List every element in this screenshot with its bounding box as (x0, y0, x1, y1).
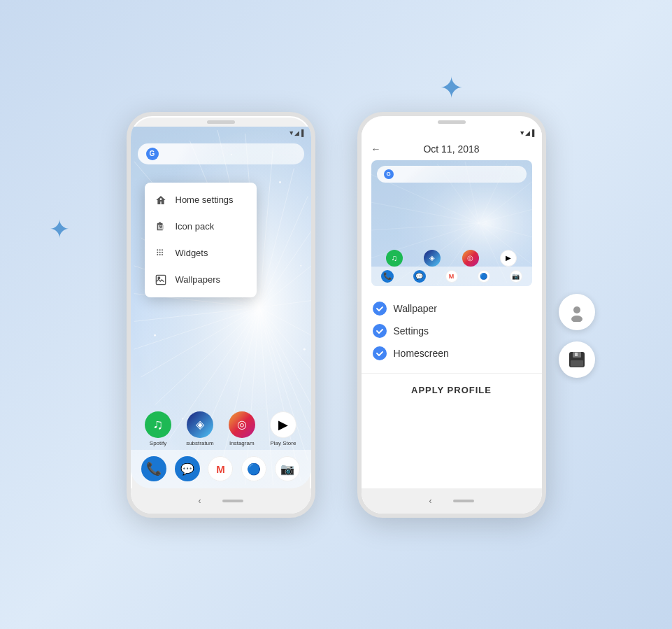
preview-instagram: ◎ (462, 250, 479, 267)
check-icon-settings (373, 324, 387, 338)
nav-back-right[interactable]: ‹ (429, 496, 432, 506)
svg-point-71 (573, 306, 580, 313)
check-item-settings[interactable]: Settings (373, 320, 531, 342)
menu-item-home-settings[interactable]: Home settings (145, 187, 257, 213)
speaker-left (207, 120, 235, 124)
phones-container: ✦ (127, 112, 546, 518)
svg-point-47 (162, 249, 163, 250)
substratum-label: substratum (186, 440, 214, 446)
dock-camera[interactable]: 📷 (275, 456, 300, 481)
check-item-homescreen[interactable]: Homescreen (373, 342, 531, 365)
check-icon-wallpaper (373, 302, 387, 316)
sparkle-left-icon: ✦ (49, 217, 70, 242)
check-label-settings: Settings (394, 325, 429, 337)
nav-home-left[interactable] (222, 500, 243, 502)
svg-point-40 (230, 153, 231, 155)
preview-dock-chrome: 🔵 (478, 270, 490, 283)
svg-point-38 (300, 264, 301, 266)
menu-item-icon-pack[interactable]: Icon pack (145, 213, 257, 240)
menu-label-widgets: Widgets (176, 248, 208, 258)
home-settings-icon (155, 194, 167, 206)
app-spotify[interactable]: ♫ Spotify (145, 411, 171, 446)
preview-dock-messages: 💬 (413, 270, 426, 283)
dock-left: 📞 💬 M 🔵 📷 (131, 450, 311, 488)
spotify-icon: ♫ (145, 411, 171, 438)
check-icon-homescreen (373, 346, 387, 360)
phone-right-screen: ▼◢▐ ← Oct 11, 2018 (362, 127, 542, 488)
svg-point-45 (157, 249, 158, 250)
spotify-label: Spotify (150, 440, 166, 446)
app-substratum[interactable]: ◈ substratum (186, 411, 214, 446)
preview-dock-phone: 📞 (381, 270, 394, 283)
preview-dock-gmail: M (445, 270, 458, 283)
dock-chrome[interactable]: 🔵 (241, 456, 266, 481)
svg-point-55 (158, 277, 160, 279)
substratum-icon: ◈ (187, 411, 213, 438)
svg-point-46 (159, 249, 160, 250)
preview-substratum: ◈ (424, 250, 441, 267)
svg-point-50 (162, 251, 163, 253)
menu-label-home-settings: Home settings (176, 195, 234, 205)
preview-spotify: ♫ (386, 250, 403, 267)
sparkle-right-icon: ✦ (439, 73, 464, 103)
header-date: Oct 11, 2018 (423, 143, 479, 155)
svg-point-72 (571, 316, 582, 322)
phone-preview: G ♫ ◈ ◎ ▶ 📞 💬 M 🔵 📷 (371, 160, 532, 286)
phone-bottom-bar-right: ‹ (362, 488, 542, 514)
app-row-left: ♫ Spotify ◈ substratum ◎ Instagram ▶ Pla… (131, 411, 311, 446)
dock-gmail[interactable]: M (208, 456, 233, 481)
checklist: Wallpaper Settings (362, 292, 542, 370)
status-icons-right: ▼◢▐ (519, 129, 534, 136)
phone2-header: ← Oct 11, 2018 (362, 138, 542, 160)
svg-point-51 (157, 254, 158, 255)
phone-left-screen: ▼◢▐ G Home settings Icon pack (131, 127, 311, 488)
divider (362, 373, 542, 374)
phone-top-bar-left (131, 116, 311, 127)
svg-point-53 (162, 254, 163, 255)
menu-item-widgets[interactable]: Widgets (145, 240, 257, 267)
phone-top-bar-right (362, 116, 542, 127)
phone-right: ▼◢▐ ← Oct 11, 2018 (357, 112, 546, 518)
svg-point-41 (159, 198, 162, 200)
back-button[interactable]: ← (371, 143, 381, 155)
apply-profile-button[interactable]: APPLY PROFILE (362, 376, 542, 404)
playstore-icon: ▶ (270, 411, 296, 438)
instagram-label: Instagram (229, 440, 255, 446)
check-item-wallpaper[interactable]: Wallpaper (373, 297, 531, 320)
preview-dock: 📞 💬 M 🔵 📷 (371, 267, 532, 286)
side-buttons (559, 294, 595, 378)
menu-item-wallpapers[interactable]: Wallpapers (145, 267, 257, 293)
playstore-label: Play Store (270, 440, 296, 446)
menu-label-wallpapers: Wallpapers (176, 274, 221, 285)
nav-home-right[interactable] (453, 500, 474, 502)
context-menu: Home settings Icon pack (145, 183, 257, 297)
app-instagram[interactable]: ◎ Instagram (229, 411, 255, 446)
check-label-wallpaper: Wallpaper (394, 303, 438, 314)
dock-messages[interactable]: 💬 (175, 456, 200, 481)
svg-point-44 (160, 225, 162, 226)
menu-label-icon-pack: Icon pack (176, 221, 215, 232)
svg-point-49 (159, 251, 160, 253)
profile-person-button[interactable] (559, 294, 595, 330)
preview-dock-camera: 📷 (510, 270, 522, 283)
wallpapers-icon (155, 274, 167, 286)
instagram-icon: ◎ (229, 411, 255, 438)
check-label-homescreen: Homescreen (394, 348, 449, 359)
nav-back-left[interactable]: ‹ (199, 496, 201, 506)
status-bar-right: ▼◢▐ (362, 127, 542, 138)
widgets-icon (155, 247, 167, 260)
svg-point-33 (154, 334, 156, 336)
speaker-right (438, 120, 466, 124)
svg-rect-75 (575, 353, 578, 356)
app-playstore[interactable]: ▶ Play Store (270, 411, 296, 446)
phone-bottom-bar-left: ‹ (131, 488, 311, 514)
svg-point-48 (157, 251, 158, 253)
svg-point-52 (159, 254, 160, 255)
svg-point-37 (303, 348, 305, 350)
preview-playstore: ▶ (500, 250, 517, 267)
dock-phone[interactable]: 📞 (141, 456, 166, 481)
save-button[interactable] (559, 341, 595, 378)
svg-point-39 (279, 181, 281, 183)
phone-left: ▼◢▐ G Home settings Icon pack (127, 112, 315, 518)
icon-pack-icon (155, 220, 167, 233)
